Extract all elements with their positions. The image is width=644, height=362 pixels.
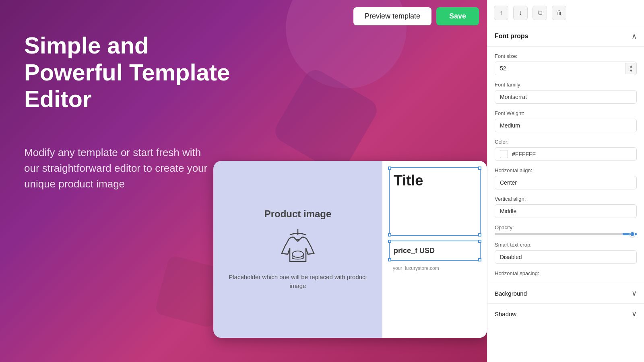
preview-template-button[interactable]: Preview template	[353, 7, 431, 25]
font-size-input[interactable]	[495, 62, 625, 75]
handle-tl	[388, 167, 391, 170]
font-props-title: Font props	[495, 33, 528, 40]
font-weight-row: Font Weight:	[495, 110, 637, 132]
opacity-slider[interactable]	[495, 233, 637, 235]
delete-button[interactable]: 🗑	[552, 6, 566, 20]
price-handle-tr	[478, 240, 481, 243]
save-button[interactable]: Save	[436, 7, 479, 25]
font-size-label: Font size:	[495, 53, 637, 59]
hero-subtitle: Modify any template or start fresh with …	[24, 145, 213, 192]
horizontal-align-row: Horizontal align:	[495, 167, 637, 189]
horizontal-align-input[interactable]	[495, 176, 637, 189]
color-picker-row[interactable]: #FFFFFF	[495, 147, 637, 161]
url-text: your_luxurystore.com	[389, 265, 481, 271]
color-row: Color: #FFFFFF	[495, 139, 637, 161]
template-right-panel: Title price_f USD your_luxurystore.com	[382, 161, 487, 338]
template-card: Product image Placeholder which one will…	[213, 161, 487, 338]
opacity-slider-container	[495, 233, 637, 235]
handle-br	[478, 233, 481, 237]
smart-text-crop-row: Smart text crop:	[495, 242, 637, 264]
smart-text-crop-label: Smart text crop:	[495, 242, 637, 248]
color-swatch	[500, 150, 508, 158]
horizontal-align-label: Horizontal align:	[495, 167, 637, 173]
background-label: Background	[495, 290, 527, 297]
shadow-section[interactable]: Shadow ∨	[487, 303, 644, 324]
opacity-label: Opacity:	[495, 224, 637, 230]
top-bar: Preview template Save	[0, 0, 487, 32]
title-element-box[interactable]: Title	[389, 167, 481, 236]
hoodie-icon	[278, 226, 318, 266]
handle-tr	[478, 167, 481, 170]
font-size-row: Font size: ▲ ▼	[495, 53, 637, 75]
price-handle-br	[478, 258, 481, 261]
price-handle-bl	[388, 258, 391, 261]
spinner-down: ▼	[629, 69, 633, 73]
svg-point-1	[292, 251, 303, 257]
opacity-row: Opacity:	[495, 224, 637, 235]
font-props-container: Font size: ▲ ▼ Font family: Font Weight:…	[487, 47, 644, 283]
background-collapse-button[interactable]: ∨	[632, 289, 637, 298]
font-family-row: Font family:	[495, 82, 637, 104]
price-element-box[interactable]: price_f USD	[389, 241, 481, 261]
font-size-input-wrapper: ▲ ▼	[495, 62, 637, 75]
hero-title: Simple and Powerful Template Editor	[24, 32, 246, 113]
title-element-text: Title	[394, 172, 423, 189]
slider-thumb	[630, 231, 635, 237]
color-label: Color:	[495, 139, 637, 145]
move-down-button[interactable]: ↓	[513, 6, 528, 20]
placeholder-text: Placeholder which one will be replaced w…	[225, 273, 370, 291]
panel-toolbar: ↑ ↓ ⧉ 🗑	[487, 0, 644, 26]
vertical-align-input[interactable]	[495, 204, 637, 218]
shadow-label: Shadow	[495, 311, 516, 317]
product-image-label: Product image	[264, 208, 332, 220]
move-up-button[interactable]: ↑	[494, 6, 508, 20]
horizontal-spacing-label: Horizontal spacing:	[495, 270, 637, 276]
right-panel: ↑ ↓ ⧉ 🗑 Font props ∧ Font size: ▲ ▼ Font…	[487, 0, 644, 362]
main-canvas: Preview template Save Simple and Powerfu…	[0, 0, 487, 362]
spinner-up: ▲	[629, 64, 633, 68]
copy-button[interactable]: ⧉	[533, 6, 547, 20]
horizontal-spacing-row: Horizontal spacing:	[495, 270, 637, 276]
font-family-label: Font family:	[495, 82, 637, 88]
font-weight-input[interactable]	[495, 119, 637, 132]
font-family-input[interactable]	[495, 90, 637, 104]
color-value-text: #FFFFFF	[512, 151, 536, 157]
font-props-header[interactable]: Font props ∧	[487, 26, 644, 47]
hero-section: Simple and Powerful Template Editor Modi…	[24, 32, 246, 192]
background-section[interactable]: Background ∨	[487, 283, 644, 303]
vertical-align-label: Vertical align:	[495, 196, 637, 202]
vertical-align-row: Vertical align:	[495, 196, 637, 218]
shadow-collapse-button[interactable]: ∨	[632, 309, 637, 318]
font-size-spinner[interactable]: ▲ ▼	[625, 63, 636, 74]
price-element-text: price_f USD	[394, 247, 435, 255]
smart-text-crop-input[interactable]	[495, 250, 637, 264]
handle-bl	[388, 233, 391, 237]
font-weight-label: Font Weight:	[495, 110, 637, 116]
font-props-collapse-button[interactable]: ∧	[632, 32, 637, 41]
price-handle-tl	[388, 240, 391, 243]
